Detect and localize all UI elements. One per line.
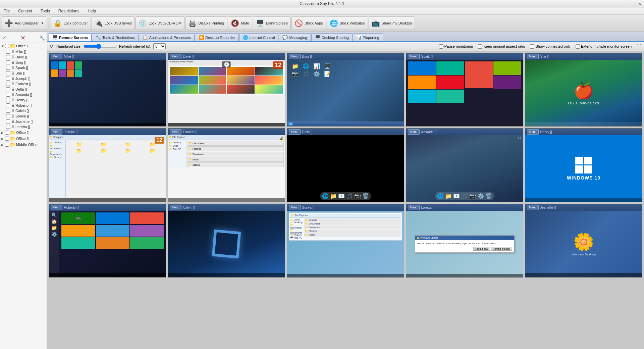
amanda-checkbox[interactable]: [6, 93, 10, 97]
add-computer-button[interactable]: ➕ Add Computer ▼: [2, 16, 47, 30]
menu-button-amanda[interactable]: Menu: [408, 129, 420, 135]
menu-button-sonya[interactable]: Menu: [289, 205, 301, 210]
menu-button-calvin[interactable]: Menu: [170, 205, 181, 210]
menu-context[interactable]: Context: [16, 8, 34, 14]
office1-folder[interactable]: ▼ 📁 Office 1: [0, 43, 47, 49]
maximize-button[interactable]: □: [627, 0, 635, 7]
sidebar-item-roberto[interactable]: 🖥Roberto []: [5, 103, 47, 108]
office2-checkbox[interactable]: [5, 131, 9, 135]
menu-restrictions[interactable]: Restrictions: [57, 8, 81, 14]
sidebar-item-borg[interactable]: 🖥Borg []: [5, 60, 47, 65]
sidebar-item-loretta[interactable]: 🖥Loretta []: [5, 124, 47, 130]
screen-star[interactable]: Menu Star [] 🍎 OS X Mavericks: [525, 53, 642, 127]
mike-checkbox[interactable]: [6, 50, 10, 54]
lock-usb-button[interactable]: 🔌 Lock USB drives: [92, 16, 135, 30]
sidebar-item-della[interactable]: 🖥Della []: [5, 87, 47, 92]
sidebar-item-spark[interactable]: 🖥Spark []: [5, 65, 47, 70]
screen-roberto[interactable]: Menu Roberto [] 🔍 🏠 📁 ⚙️ 🎮: [49, 204, 166, 278]
tab-desktop-recorder[interactable]: ⏺️ Desktop Recorder: [195, 33, 239, 41]
menu-button-borg[interactable]: Menu: [289, 54, 301, 59]
office2-folder[interactable]: ▶ 📁 Office 2: [0, 130, 47, 136]
menu-button-earnest[interactable]: Menu: [170, 129, 181, 135]
blank-screen-button[interactable]: 🖥️ Blank Screen: [253, 16, 291, 30]
block-websites-button[interactable]: 🌐 Block Websites: [327, 16, 368, 30]
henry-checkbox[interactable]: [6, 98, 10, 102]
office3-folder[interactable]: ▶ 📁 Office 3: [0, 136, 47, 142]
menu-button-spark[interactable]: Menu: [408, 54, 420, 59]
tab-applications[interactable]: 📋 Applications & Processes: [139, 33, 195, 41]
screen-henry[interactable]: Menu Henry [] WINDOWS 10: [525, 128, 642, 202]
screen-dave[interactable]: Menu Dave [] Windows Photo Viewer: [168, 53, 285, 127]
sonya-checkbox[interactable]: [6, 114, 10, 118]
screen-earnest[interactable]: Menu Earnest [] 📂 File Explorer 📁 Deskto…: [168, 128, 285, 202]
menu-button-jeanette[interactable]: Menu: [527, 205, 539, 210]
screen-spark[interactable]: Menu Spark []: [406, 53, 523, 127]
share-desktop-button[interactable]: 📺 Share my Desktop: [369, 16, 415, 30]
screen-amanda[interactable]: Menu Amanda [] 🌐 📁 📧 🎵 📷 ⚙️ 🗑️: [406, 128, 523, 202]
tab-messaging[interactable]: 💬 Messaging: [279, 33, 311, 41]
thumbnail-slider[interactable]: [84, 44, 117, 49]
joseph-checkbox[interactable]: [6, 77, 10, 81]
roberto-checkbox[interactable]: [6, 103, 10, 107]
menu-file[interactable]: File: [2, 8, 11, 14]
star-checkbox[interactable]: [6, 71, 10, 75]
close-button[interactable]: ✕: [635, 0, 644, 7]
middle-checkbox[interactable]: [5, 143, 9, 147]
tab-remote-screens[interactable]: 🖥️ Remote Screens: [49, 33, 92, 41]
jeanette-checkbox[interactable]: [6, 119, 10, 123]
menu-button-dave[interactable]: Menu: [170, 54, 181, 59]
office3-checkbox[interactable]: [5, 137, 9, 141]
tab-tools-restrictions[interactable]: 🔧 Tools & Restrictions: [92, 33, 139, 41]
menu-button-loretta[interactable]: Menu: [408, 205, 420, 210]
sidebar-item-dave[interactable]: 🖥Dave []: [5, 54, 47, 60]
menu-button-mike[interactable]: Menu: [51, 54, 62, 59]
lock-dvd-button[interactable]: 💿 Lock DVD/CD-ROM: [136, 16, 184, 30]
screen-della[interactable]: Menu Della [] 🌐 📁 📧 🎵 📷 🗑️: [287, 128, 404, 202]
tab-desktop-sharing[interactable]: 🖥️ Desktop Sharing: [311, 33, 353, 41]
sidebar-item-joseph[interactable]: 🖥Joseph []: [5, 76, 47, 81]
sidebar-item-jeanette[interactable]: 🖥Jeanette []: [5, 119, 47, 124]
spark-checkbox[interactable]: [6, 66, 10, 70]
menu-help[interactable]: Help: [86, 8, 98, 14]
screen-jeanette[interactable]: Menu Jeanette [] 🌼 Windows Desktop: [525, 204, 642, 278]
menu-button-joseph[interactable]: Menu: [51, 129, 62, 135]
refresh-button[interactable]: ↺: [50, 44, 54, 49]
sidebar-item-amanda[interactable]: 🖥Amanda []: [5, 92, 47, 97]
sidebar-item-sonya[interactable]: 🖥Sonya []: [5, 113, 47, 119]
screen-borg[interactable]: Menu Borg [] 📁 🌐 📊 🖥️ 📷 🎵 ⚙️ �: [287, 53, 404, 127]
sidebar-item-star[interactable]: 🖥Star []: [5, 70, 47, 76]
dave-checkbox[interactable]: [6, 55, 10, 59]
lock-computer-button[interactable]: 🔒 Lock computer: [51, 16, 91, 30]
keep-aspect-checkbox[interactable]: [478, 44, 482, 49]
block-apps-button[interactable]: 🚫 Block Apps: [291, 16, 326, 30]
menu-button-della[interactable]: Menu: [289, 129, 301, 135]
screen-sonya[interactable]: Menu Sonya [] 📁 File Explorer 📁 Quick 📁 …: [287, 204, 404, 278]
borg-checkbox[interactable]: [6, 60, 10, 64]
office1-checkbox[interactable]: [5, 44, 9, 48]
menu-tools[interactable]: Tools: [39, 8, 52, 14]
sidebar-item-earnest[interactable]: 🖥Earnest []: [5, 81, 47, 87]
screen-joseph[interactable]: Menu Joseph [] 📁 Computer 📁 Desktop 📁 Do…: [49, 128, 166, 202]
sidebar-item-calvin[interactable]: 🖥Calvin []: [5, 108, 47, 113]
sidebar-item-henry[interactable]: 🖥Henry []: [5, 97, 47, 103]
tab-reporting[interactable]: 📊 Reporting: [353, 33, 383, 41]
check-icon[interactable]: ✓: [2, 34, 7, 42]
mute-button[interactable]: 🔇 Mute: [228, 16, 252, 30]
calvin-checkbox[interactable]: [6, 109, 10, 113]
screen-calvin[interactable]: Menu Calvin []: [168, 204, 285, 278]
extend-monitor-checkbox[interactable]: [576, 44, 580, 49]
menu-button-star[interactable]: Menu: [527, 54, 539, 59]
expand-button[interactable]: ⛶: [637, 44, 641, 49]
tab-internet-control[interactable]: 🌐 Internet Control: [239, 33, 279, 41]
settings-icon[interactable]: 🔧: [39, 35, 45, 41]
menu-button-roberto[interactable]: Menu: [51, 205, 62, 210]
screen-mike[interactable]: Menu Mike []: [49, 53, 166, 127]
show-connected-checkbox[interactable]: [530, 44, 534, 49]
menu-button-henry[interactable]: Menu: [527, 129, 539, 135]
della-checkbox[interactable]: [6, 87, 10, 91]
screen-loretta[interactable]: Menu Loretta [] ⚠️ Windows Update Your P…: [406, 204, 523, 278]
pause-monitoring-checkbox[interactable]: [439, 44, 443, 49]
disable-printing-button[interactable]: 🖨️ Disable Printing: [185, 16, 227, 30]
x-icon[interactable]: ✕: [20, 34, 25, 42]
earnest-checkbox[interactable]: [6, 82, 10, 86]
